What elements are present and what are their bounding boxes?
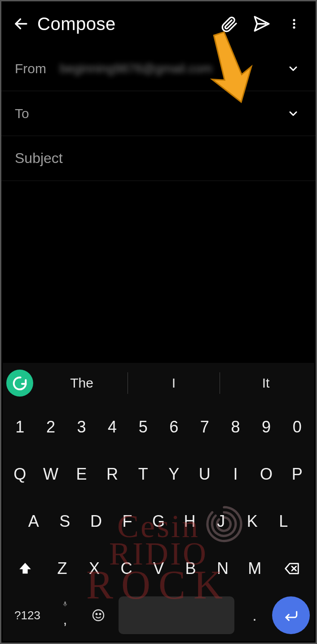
from-field[interactable]: From beginning9876@gmail.com: [1, 46, 316, 91]
arrow-left-icon: [13, 16, 29, 32]
chevron-down-icon: [287, 62, 299, 75]
from-expand[interactable]: [284, 62, 302, 75]
key-t[interactable]: T: [128, 454, 158, 494]
app-header: Compose: [1, 1, 316, 46]
key-y[interactable]: Y: [158, 454, 189, 494]
key-5[interactable]: 5: [128, 407, 158, 447]
key-l[interactable]: L: [268, 502, 299, 541]
key-period[interactable]: .: [239, 596, 270, 634]
key-e[interactable]: E: [66, 454, 97, 494]
from-value: beginning9876@gmail.com: [60, 62, 284, 76]
send-icon: [252, 14, 271, 33]
shift-icon: [18, 561, 33, 576]
key-n[interactable]: N: [207, 549, 238, 588]
key-b[interactable]: B: [175, 549, 207, 588]
keyboard: The I It 1 2 3 4 5 6 7 8 9 0 Q W E R T Y…: [3, 363, 314, 641]
mic-icon: [62, 601, 68, 609]
key-enter[interactable]: [272, 596, 310, 634]
to-field[interactable]: To: [1, 91, 316, 136]
key-c[interactable]: C: [110, 549, 142, 588]
key-row-2: Q W E R T Y U I O P: [3, 450, 314, 498]
key-0[interactable]: 0: [282, 407, 313, 447]
more-button[interactable]: [283, 13, 305, 35]
key-k[interactable]: K: [237, 502, 268, 541]
subject-field[interactable]: [1, 136, 316, 181]
svg-point-4: [293, 26, 295, 29]
key-9[interactable]: 9: [251, 407, 282, 447]
key-symbols[interactable]: ?123: [7, 596, 48, 634]
backspace-icon: [283, 560, 300, 577]
key-v[interactable]: V: [142, 549, 174, 588]
key-s[interactable]: S: [49, 502, 81, 541]
emoji-icon: [91, 608, 106, 622]
key-comma[interactable]: ,: [49, 596, 81, 634]
key-u[interactable]: U: [189, 454, 220, 494]
key-row-bottom: ?123 , .: [3, 592, 314, 641]
attach-button[interactable]: [219, 13, 240, 35]
key-6[interactable]: 6: [158, 407, 189, 447]
key-r[interactable]: R: [97, 454, 128, 494]
key-g[interactable]: G: [143, 502, 174, 541]
to-label: To: [15, 106, 60, 121]
key-i[interactable]: I: [220, 454, 251, 494]
key-z[interactable]: Z: [46, 549, 78, 588]
svg-point-9: [96, 613, 97, 615]
key-backspace[interactable]: [271, 549, 313, 588]
key-o[interactable]: O: [251, 454, 282, 494]
key-4[interactable]: 4: [97, 407, 128, 447]
svg-point-8: [93, 610, 104, 621]
key-x[interactable]: X: [78, 549, 110, 588]
key-emoji[interactable]: [83, 596, 114, 634]
key-m[interactable]: M: [239, 549, 271, 588]
suggestion-2[interactable]: I: [128, 375, 220, 391]
key-3[interactable]: 3: [66, 407, 97, 447]
key-a[interactable]: A: [18, 502, 49, 541]
key-2[interactable]: 2: [35, 407, 66, 447]
key-row-4: Z X C V B N M: [3, 545, 314, 592]
back-button[interactable]: [9, 13, 34, 35]
key-shift[interactable]: [4, 549, 46, 588]
key-f[interactable]: F: [112, 502, 143, 541]
suggestion-3[interactable]: It: [220, 375, 312, 391]
grammarly-button[interactable]: [6, 370, 33, 397]
key-d[interactable]: D: [80, 502, 112, 541]
key-p[interactable]: P: [282, 454, 313, 494]
suggestion-bar: The I It: [3, 363, 314, 403]
page-title: Compose: [34, 14, 219, 34]
key-row-3: A S D F G H J K L: [3, 498, 314, 545]
from-label: From: [15, 61, 60, 76]
key-7[interactable]: 7: [189, 407, 220, 447]
svg-point-10: [100, 613, 101, 615]
enter-icon: [282, 607, 299, 624]
key-h[interactable]: H: [174, 502, 206, 541]
key-1[interactable]: 1: [4, 407, 35, 447]
more-vert-icon: [288, 18, 300, 30]
chevron-down-icon: [287, 107, 299, 120]
key-space[interactable]: [119, 596, 234, 634]
paperclip-icon: [220, 15, 238, 33]
suggestion-1[interactable]: The: [36, 375, 128, 391]
key-j[interactable]: J: [205, 502, 237, 541]
to-expand[interactable]: [284, 107, 302, 120]
key-w[interactable]: W: [35, 454, 66, 494]
key-8[interactable]: 8: [220, 407, 251, 447]
svg-point-2: [293, 19, 295, 21]
svg-point-3: [293, 22, 295, 25]
comma-label: ,: [63, 611, 67, 628]
key-q[interactable]: Q: [4, 454, 35, 494]
subject-input[interactable]: [15, 150, 302, 167]
send-button[interactable]: [251, 13, 273, 35]
key-row-1: 1 2 3 4 5 6 7 8 9 0: [3, 403, 314, 450]
grammarly-icon: [11, 374, 29, 392]
header-actions: [219, 13, 308, 35]
